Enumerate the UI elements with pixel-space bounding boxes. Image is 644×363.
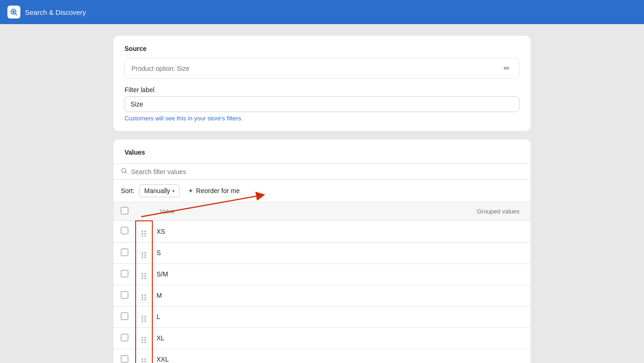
source-row: Product option: Size ✏ xyxy=(125,58,519,79)
row-grouped-values xyxy=(276,242,531,263)
select-all-checkbox[interactable] xyxy=(121,207,128,214)
values-title: Values xyxy=(113,139,531,163)
sort-row: Sort: Manually ▾ ✦ Reorder for me xyxy=(113,180,531,202)
header-grouped-col: Grouped values xyxy=(276,202,531,221)
table-header: Value Grouped values xyxy=(113,202,531,221)
drag-handle[interactable] xyxy=(140,336,148,344)
row-checkbox-cell xyxy=(113,263,136,285)
table-row: XXL xyxy=(113,349,531,363)
row-grouped-values xyxy=(276,285,531,306)
row-checkbox[interactable] xyxy=(121,355,128,363)
drag-handle-cell xyxy=(136,327,152,349)
values-tbody: XSSS/MMLXLXXL6 xyxy=(113,221,531,363)
drag-handle-cell xyxy=(136,263,152,285)
drag-handle[interactable] xyxy=(140,251,148,259)
sort-selected: Manually xyxy=(144,187,170,194)
row-checkbox-cell xyxy=(113,285,136,306)
row-checkbox-cell xyxy=(113,349,136,363)
search-filter-values-input[interactable] xyxy=(131,168,523,175)
top-bar: Search & Discovery xyxy=(0,0,644,24)
table-row: S/M xyxy=(113,263,531,285)
header-checkbox-col xyxy=(113,202,136,221)
header-value-col: Value xyxy=(152,202,276,221)
table-row: M xyxy=(113,285,531,306)
values-card: Values Sort: Manually ▾ ✦ Reorder for me xyxy=(113,139,531,363)
app-title: Search & Discovery xyxy=(25,8,86,16)
sort-dropdown[interactable]: Manually ▾ xyxy=(139,184,180,197)
row-grouped-values xyxy=(276,263,531,285)
search-bar xyxy=(113,163,531,180)
drag-handle[interactable] xyxy=(140,357,148,363)
source-title: Source xyxy=(125,45,519,52)
drag-handle[interactable] xyxy=(140,230,148,238)
row-checkbox[interactable] xyxy=(121,291,128,299)
row-grouped-values xyxy=(276,327,531,349)
row-checkbox[interactable] xyxy=(121,270,128,277)
drag-handle-cell xyxy=(136,285,152,306)
table-row: XS xyxy=(113,221,531,243)
row-checkbox-cell xyxy=(113,306,136,327)
values-table: Value Grouped values XSSS/MMLXLXXL6 xyxy=(113,202,531,363)
row-grouped-values xyxy=(276,349,531,363)
filter-label-input[interactable] xyxy=(125,96,519,112)
table-row: L xyxy=(113,306,531,327)
drag-handle[interactable] xyxy=(140,294,148,301)
reorder-for-me-button[interactable]: ✦ Reorder for me xyxy=(184,185,244,197)
app-icon xyxy=(7,6,20,19)
row-checkbox-cell xyxy=(113,327,136,349)
row-value: XL xyxy=(152,327,276,349)
edit-source-button[interactable]: ✏ xyxy=(501,63,513,74)
filter-label-title: Filter label xyxy=(125,86,519,94)
drag-handle[interactable] xyxy=(140,272,148,280)
table-row: XL xyxy=(113,327,531,349)
filter-label-helper: Customers will see this in your store's … xyxy=(125,115,519,122)
row-value: XS xyxy=(152,221,276,243)
reorder-icon: ✦ xyxy=(188,187,194,194)
drag-handle[interactable] xyxy=(140,315,148,323)
row-checkbox[interactable] xyxy=(121,313,128,320)
row-checkbox-cell xyxy=(113,221,136,243)
svg-line-2 xyxy=(15,13,17,15)
row-value: M xyxy=(152,285,276,306)
svg-line-4 xyxy=(125,172,126,173)
svg-point-1 xyxy=(12,10,14,13)
drag-handle-cell xyxy=(136,221,152,243)
main-content: Source Product option: Size ✏ Filter lab… xyxy=(0,24,644,363)
drag-handle-cell xyxy=(136,306,152,327)
row-checkbox[interactable] xyxy=(121,334,128,341)
reorder-label: Reorder for me xyxy=(196,187,240,194)
row-value: S/M xyxy=(152,263,276,285)
drag-handle-cell xyxy=(136,349,152,363)
source-value: Product option: Size xyxy=(131,65,189,72)
sort-label: Sort: xyxy=(121,187,135,194)
row-grouped-values xyxy=(276,306,531,327)
row-grouped-values xyxy=(276,221,531,243)
row-value: S xyxy=(152,242,276,263)
row-checkbox[interactable] xyxy=(121,249,128,256)
drag-handle-cell xyxy=(136,242,152,263)
row-checkbox[interactable] xyxy=(121,227,128,234)
table-row: S xyxy=(113,242,531,263)
row-value: L xyxy=(152,306,276,327)
header-drag-col xyxy=(136,202,152,221)
chevron-down-icon: ▾ xyxy=(172,188,175,194)
row-checkbox-cell xyxy=(113,242,136,263)
search-icon xyxy=(121,168,127,175)
source-filter-card: Source Product option: Size ✏ Filter lab… xyxy=(113,35,531,131)
row-value: XXL xyxy=(152,349,276,363)
